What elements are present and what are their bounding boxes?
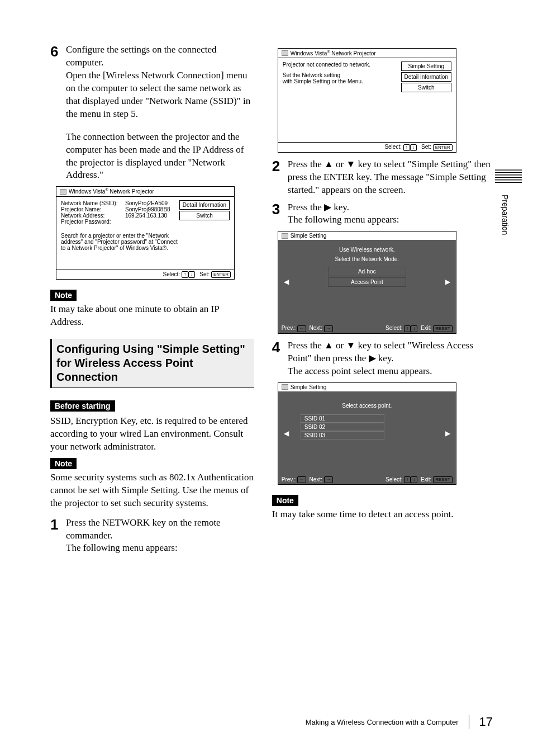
prev-arrow-icon[interactable]: ◀: [284, 278, 289, 286]
step-1: 1 Press the NETWORK key on the remote co…: [50, 517, 254, 555]
note-badge-2: Note: [50, 458, 77, 469]
step-3-line2: The following menu appears:: [288, 214, 493, 226]
netaddr-label: Network Address:: [61, 212, 125, 219]
step-6-line2: Open the [Wireless Network Connection] m…: [66, 69, 254, 121]
ssid-option-2[interactable]: SSID 02: [301, 423, 384, 431]
before-starting-text: SSID, Encryption Key, etc. is required t…: [50, 415, 254, 453]
select-ap-text: Select access point.: [289, 403, 445, 409]
before-starting-badge: Before starting: [50, 400, 115, 412]
use-wireless-text: Use Wireless network.: [289, 247, 445, 253]
ssid-option-3[interactable]: SSID 03: [301, 431, 384, 440]
right-column: Windows Vista® Network Projector Simple …: [272, 44, 493, 557]
projpass-value: [125, 219, 175, 225]
panel-body: ◀ ▶ Select access point. SSID 01 SSID 02…: [278, 391, 456, 475]
left-key-icon: ←: [297, 325, 306, 332]
step-1-text: Press the NETWORK key on the remote comm…: [66, 517, 254, 555]
window-icon: [282, 233, 288, 239]
side-tab-label: Preparation: [499, 190, 511, 239]
step-4-line2: The access point select menu appears.: [288, 365, 493, 378]
panel-body: ◀ ▶ Use Wireless network. Select the Net…: [278, 240, 456, 324]
right-key-icon: →: [324, 325, 333, 332]
step-4-text: Press the ▲ or ▼ key to select "Wireless…: [288, 339, 493, 378]
note-badge-3: Note: [272, 495, 298, 506]
simple-setting-button[interactable]: Simple Setting: [401, 62, 451, 71]
down-key-icon: ↓: [188, 271, 195, 278]
reset-key-icon: RESET: [433, 325, 453, 332]
adhoc-option[interactable]: Ad-hoc: [328, 267, 406, 276]
step-6-text: Configure the settings on the connected …: [66, 44, 254, 121]
title-text: Simple Setting: [291, 233, 326, 239]
not-connected-panel: Windows Vista® Network Projector Simple …: [278, 48, 456, 153]
up-key-icon: ↑: [403, 144, 410, 151]
right-key-icon: →: [324, 476, 333, 483]
switch-button[interactable]: Switch: [179, 211, 230, 220]
panel-title: Simple Setting: [278, 231, 456, 240]
projname-value: SonyProj99808B8: [125, 206, 175, 212]
access-point-panel: Simple Setting ◀ ▶ Select access point. …: [278, 382, 456, 485]
panel-title: Windows Vista® Network Projector: [56, 187, 234, 196]
step-6-result: The connection between the projector and…: [66, 131, 254, 182]
note-2-text: Some security systems such as 802.1x Aut…: [50, 471, 254, 510]
down-key-icon: ↓: [411, 325, 417, 332]
section-heading: Configuring Using "Simple Setting" for W…: [50, 339, 254, 388]
page-content: 6 Configure the settings on the connecte…: [0, 0, 533, 585]
panel-instructions: Search for a projector or enter the "Net…: [61, 233, 178, 251]
side-margin-lines: [495, 169, 522, 184]
step-3-line1: Press the ▶ key.: [288, 201, 493, 214]
prev-arrow-icon[interactable]: ◀: [284, 429, 289, 437]
note-3-text: It may take some time to detect an acces…: [272, 508, 493, 521]
down-key-icon: ↓: [410, 144, 417, 151]
projname-label: Projector Name:: [61, 206, 125, 212]
down-key-icon: ↓: [411, 476, 417, 483]
step-number: 3: [272, 201, 288, 217]
panel-body: Simple Setting Detail Information Switch…: [278, 58, 456, 142]
projector-info-panel: Windows Vista® Network Projector Detail …: [56, 186, 235, 280]
switch-button[interactable]: Switch: [401, 83, 451, 92]
up-key-icon: ↑: [182, 271, 188, 278]
panel-title: Windows Vista® Network Projector: [278, 49, 456, 58]
step-1-line2: The following menu appears:: [66, 542, 254, 555]
step-6: 6 Configure the settings on the connecte…: [50, 44, 254, 121]
step-number: 6: [50, 44, 66, 59]
window-icon: [282, 384, 288, 390]
ssid-label: Network Name (SSID):: [61, 200, 125, 206]
access-point-option[interactable]: Access Point: [328, 277, 406, 287]
enter-key-icon: ENTER: [433, 144, 453, 151]
step-number: 1: [50, 517, 66, 532]
step-3-text: Press the ▶ key. The following menu appe…: [288, 201, 493, 227]
ssid-option-1[interactable]: SSID 01: [301, 414, 384, 423]
panel-footer: Select: ↑↓ Set: ENTER: [278, 142, 456, 152]
step-6-line1: Configure the settings on the connected …: [66, 44, 254, 69]
panel-footer: Prev.: ← Next: → Select: ↑↓ Exit: RESET: [278, 475, 456, 484]
panel-footer: Select: ↑↓ Set: ENTER: [56, 270, 234, 279]
select-mode-text: Select the Network Mode.: [289, 256, 445, 262]
note-1-text: It may take about one minute to obtain a…: [50, 303, 254, 329]
next-arrow-icon[interactable]: ▶: [445, 429, 450, 437]
detail-info-button[interactable]: Detail Information: [401, 72, 451, 82]
step-4: 4 Press the ▲ or ▼ key to select "Wirele…: [272, 339, 493, 378]
step-2-text: Press the ▲ or ▼ key to select "Simple S…: [288, 158, 493, 197]
left-key-icon: ←: [297, 476, 306, 483]
page-number: 17: [469, 715, 493, 729]
step-2: 2 Press the ▲ or ▼ key to select "Simple…: [272, 158, 493, 197]
panel-body: Detail Information Switch Network Name (…: [56, 197, 234, 270]
window-icon: [60, 189, 66, 195]
detail-info-button[interactable]: Detail Information: [179, 200, 230, 210]
panel-buttons: Detail Information Switch: [179, 200, 230, 221]
title-text: Windows Vista® Network Projector: [69, 188, 154, 195]
title-text: Windows Vista® Network Projector: [291, 50, 376, 56]
title-text: Simple Setting: [291, 384, 326, 390]
up-key-icon: ↑: [404, 325, 411, 332]
step-2-line1: Press the ▲ or ▼ key to select "Simple S…: [288, 158, 493, 197]
page-footer: Making a Wireless Connection with a Comp…: [306, 715, 493, 729]
note-badge: Note: [50, 290, 77, 301]
step-4-line1: Press the ▲ or ▼ key to select "Wireless…: [288, 339, 493, 365]
step-3: 3 Press the ▶ key. The following menu ap…: [272, 201, 493, 227]
left-column: 6 Configure the settings on the connecte…: [50, 44, 254, 557]
step-1-line1: Press the NETWORK key on the remote comm…: [66, 517, 254, 542]
enter-key-icon: ENTER: [211, 271, 231, 278]
panel-buttons: Simple Setting Detail Information Switch: [401, 62, 451, 93]
network-mode-panel: Simple Setting ◀ ▶ Use Wireless network.…: [278, 231, 456, 333]
next-arrow-icon[interactable]: ▶: [445, 278, 450, 286]
projpass-label: Projector Password:: [61, 219, 125, 225]
